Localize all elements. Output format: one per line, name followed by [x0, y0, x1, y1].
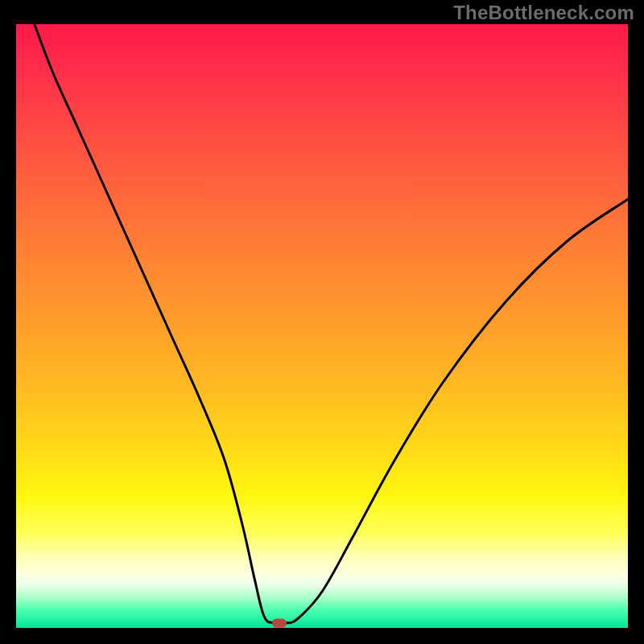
chart-frame: TheBottleneck.com [0, 0, 644, 644]
plot-area [16, 24, 628, 628]
watermark-text: TheBottleneck.com [453, 2, 634, 24]
bottleneck-curve [35, 24, 628, 624]
target-point-marker [272, 619, 287, 628]
curve-layer [16, 24, 628, 628]
